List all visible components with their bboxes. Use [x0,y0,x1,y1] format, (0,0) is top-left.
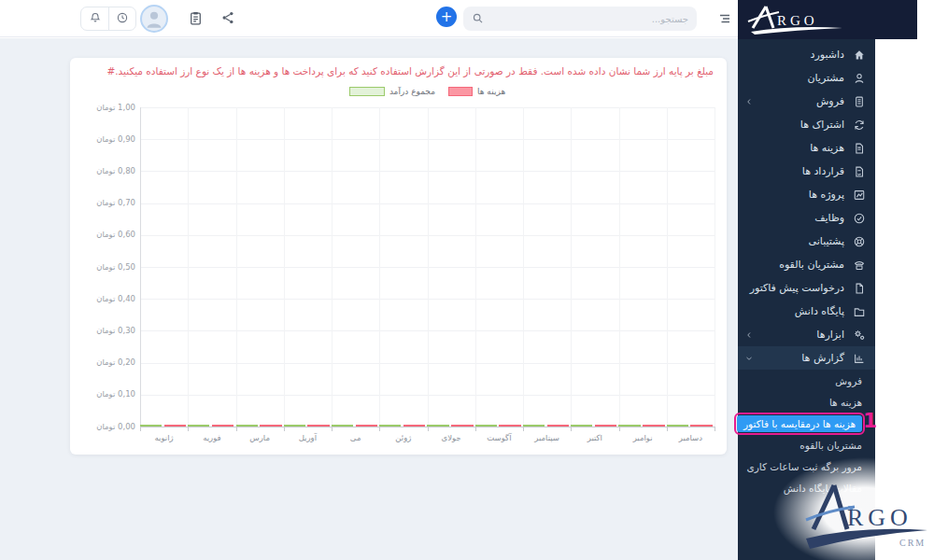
chart-icon [852,351,866,365]
x-axis-label: مارس [234,433,286,442]
sidebar-item[interactable]: پروژه ها [738,183,875,206]
sidebar-subitem[interactable]: فروش [738,370,875,391]
gridline-v [475,107,476,427]
axis-tick [715,427,715,431]
y-axis-label: 1,00 تومان [74,104,135,112]
y-axis-label: 0,60 تومان [74,231,135,239]
series-lines-at-zero [140,425,715,427]
support-icon [852,234,866,248]
x-axis-label: ژانویه [138,433,191,442]
add-new-button[interactable]: + [436,7,457,27]
user-avatar[interactable] [140,5,168,33]
y-axis-label: 0,50 تومان [74,263,135,272]
history-button[interactable] [108,7,135,30]
folder-icon [852,304,866,318]
topbar: + [0,0,738,37]
sidebar-subitem[interactable]: مشتریان بالقوه [738,434,875,455]
app-window: + مبلغ بر پایه ارز شما نشان داده شده است… [0,0,934,560]
gridline-v [332,107,333,427]
sidebar-item[interactable]: وظایف [738,206,875,230]
axis-tick [332,427,333,431]
search-icon [472,10,484,28]
x-axis-label: ژوئن [377,433,430,442]
y-axis-label: 0,10 تومان [74,390,135,399]
y-axis-label: 0,70 تومان [74,199,135,207]
topbar-icon-group [80,7,136,31]
gridline-v [571,107,572,427]
x-axis-label: سپتامبر [521,433,573,442]
sidebar-item[interactable]: داشبورد [738,43,875,66]
x-axis-label: دسامبر [664,433,716,442]
x-axis-label: می [330,433,382,442]
sidebar-item[interactable]: مشتریان بالقوه [738,253,875,276]
y-axis-label: 0,90 تومان [74,135,135,144]
sidebar-subitem[interactable]: هزینه ها درمقایسه با فاکتور [738,413,875,434]
axis-tick [236,427,237,431]
axis-tick [140,427,141,431]
chart-legend: هزینه هامجموع درآمد [140,87,715,96]
sidebar-item[interactable]: اشتراک ها [738,113,875,136]
y-axis-label: 0,00 تومان [74,423,135,431]
search-input[interactable] [489,14,688,24]
axis-tick [284,427,285,431]
chart-warning-title: مبلغ بر پایه ارز شما نشان داده شده است. … [83,65,714,77]
notifications-button[interactable] [81,7,108,30]
sidebar-item[interactable]: هزینه ها [738,136,875,160]
sidebar-item[interactable]: فروش [738,90,875,113]
tasks-clipboard-button[interactable] [188,10,204,30]
argo-logo: RGO [745,2,857,39]
main-area: + مبلغ بر پایه ارز شما نشان داده شده است… [0,0,738,560]
file-icon [852,281,866,295]
x-axis-label: آگوست [473,433,525,442]
sidebar-subitem[interactable]: هزینه ها [738,391,875,413]
person-icon [142,7,166,31]
axis-tick [619,427,620,431]
sidebar-item[interactable]: پایگاه دانش [738,300,875,323]
legend-swatch [349,87,385,96]
plus-icon: + [441,10,453,24]
svg-text:CRM: CRM [899,538,926,548]
home-icon [852,48,866,62]
argo-crm-watermark-logo: RGO CRM [789,469,934,560]
sidebar-brand-header: RGO [738,0,917,39]
sidebar-item[interactable]: درخواست پیش فاکتور [738,276,875,300]
svg-text:RGO: RGO [777,13,818,28]
clock-icon [116,10,129,28]
sidebar-item[interactable]: گزارش ها [738,346,875,370]
x-axis-label: نوامبر [616,433,669,442]
axis-tick [571,427,572,431]
gridline-v [284,107,285,427]
sidebar-item[interactable]: قرارداد ها [738,160,875,183]
x-axis-label: فوریه [186,433,238,442]
menu-align-icon [717,11,732,26]
sidebar-item[interactable]: مشتریان [738,66,875,90]
sidebar-item[interactable]: ابزارها [738,323,875,346]
gridline-v [379,107,380,427]
sidebar-toggle-button[interactable] [717,11,732,30]
page-content: مبلغ بر پایه ارز شما نشان داده شده است. … [0,38,738,560]
x-axis-label: جولای [425,433,477,442]
axis-tick [523,427,524,431]
share-icon [220,10,235,25]
sync-icon [852,118,866,132]
chevron-left-icon [744,97,754,106]
bell-icon [89,10,102,28]
y-axis-label: 0,20 تومان [74,358,135,367]
gridline-v [236,107,237,427]
legend-item[interactable]: هزینه ها [448,87,505,96]
sidebar-item[interactable]: پشتیبانی [738,230,875,253]
file-signature-icon [852,164,866,178]
x-axis-label: آوریل [281,433,333,442]
sidebar-menu: داشبوردمشتریانفروشاشتراک هاهزینه هاقرارد… [738,43,875,520]
annotation-1: 1 [863,409,877,432]
gridline-v [715,107,715,427]
invoice-icon [852,94,866,108]
clipboard-icon [188,10,204,26]
share-button[interactable] [220,10,235,29]
gridline-v [667,107,668,427]
axis-tick [667,427,668,431]
legend-item[interactable]: مجموع درآمد [349,87,435,96]
y-axis-label: 0,80 تومان [74,167,135,175]
chart-plot-area [140,107,715,427]
gridline-v [523,107,524,427]
